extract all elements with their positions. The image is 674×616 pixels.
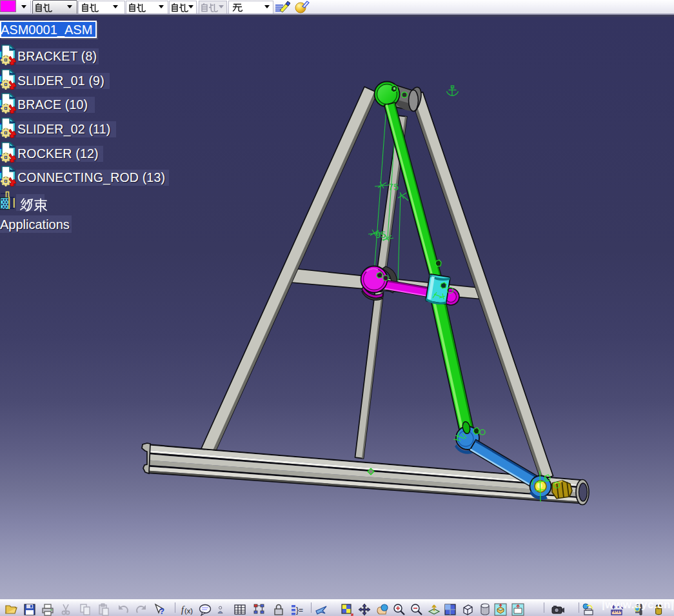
svg-text:?: ? [159,606,164,616]
svg-text:75: 75 [388,182,399,192]
svg-text:95: 95 [375,230,386,240]
svg-text:}=: }= [296,606,303,615]
svg-text:(x): (x) [184,607,193,615]
